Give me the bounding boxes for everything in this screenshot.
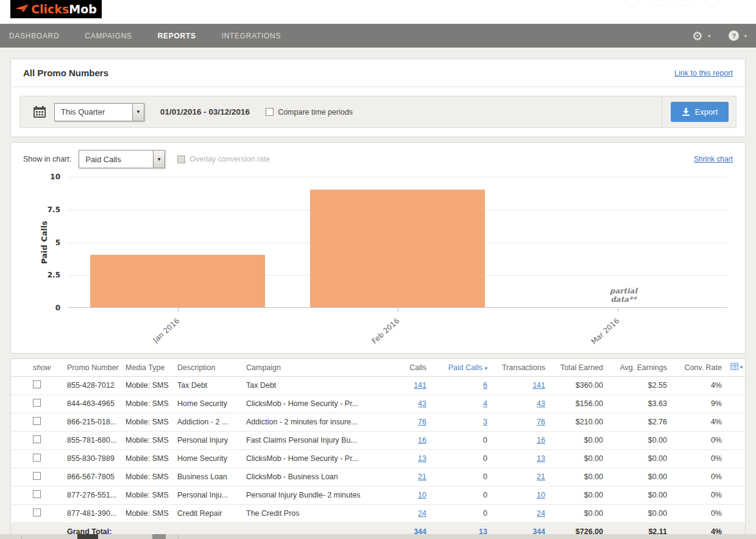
nav-item-integrations[interactable]: INTEGRATIONS [222,32,281,40]
date-range-text: 01/01/2016 - 03/12/2016 [160,107,250,116]
row-calls-link[interactable]: 10 [418,491,426,499]
row-show-checkbox[interactable] [33,454,41,462]
table-body: 855-428-7012 Mobile: SMS Tax Debt Tax De… [11,376,746,523]
row-calls-link[interactable]: 141 [414,381,426,390]
row-total-earned: $210.00 [551,413,609,431]
row-calls-link[interactable]: 24 [418,509,426,518]
row-avg-earnings: $2.76 [609,413,673,431]
top-bar: ClicksMob [0,0,756,24]
nav-item-dashboard[interactable]: DASHBOARD [9,32,59,40]
row-calls-link[interactable]: 76 [418,418,426,426]
row-total-earned: $0.00 [551,468,609,486]
row-promo-number: 877-276-551... [65,486,123,504]
clicksmob-logo[interactable]: ClicksMob [10,0,102,18]
row-calls-link[interactable]: 13 [418,454,426,463]
row-promo-number: 877-481-390... [65,504,123,523]
row-paid-calls: 3 [433,413,493,431]
link-to-report[interactable]: Link to this report [674,69,733,77]
row-media-type: Mobile: SMS [123,431,175,449]
shrink-chart-link[interactable]: Shrink chart [694,155,733,163]
row-transactions-link[interactable]: 141 [532,381,545,390]
row-promo-number: 855-428-7012 [65,376,123,394]
row-conv-rate: 0% [673,504,728,523]
sort-desc-arrow-icon: ▾ [484,365,487,371]
promo-numbers-table: show Promo Number Media Type Description… [11,359,746,539]
row-campaign: Fast Claims Personal Injury Bu... [244,431,381,449]
row-avg-earnings: $3.63 [609,394,673,413]
row-transactions-link[interactable]: 16 [537,436,545,444]
row-show-checkbox[interactable] [33,509,41,516]
settings-gear-icon[interactable]: ⚙ [692,30,703,42]
row-show-checkbox[interactable] [33,380,41,388]
chart-metric-select[interactable]: Paid Calls ▼ [79,150,165,168]
col-header-avg-earnings[interactable]: Avg. Earnings [609,359,673,376]
col-header-calls[interactable]: Calls [381,359,433,376]
overlay-conversion-row: Overlay conversion rate [177,155,270,163]
col-header-total-earned[interactable]: Total Earned [551,359,609,376]
row-show-checkbox[interactable] [33,490,41,498]
scrollbar-thumb-gray[interactable] [152,534,166,539]
row-media-type: Mobile: SMS [123,486,175,504]
help-caret-icon[interactable]: ▾ [744,33,747,39]
compare-periods-checkbox[interactable] [266,108,274,116]
chart-bar-feb-2016[interactable] [310,190,485,308]
col-header-campaign[interactable]: Campaign [244,359,381,376]
row-transactions-link[interactable]: 76 [537,418,545,426]
row-total-earned: $0.00 [551,504,609,523]
chart-bar-jan-2016[interactable] [90,255,265,307]
row-total-earned: $0.00 [551,431,609,449]
chart-x-tick [178,308,178,312]
row-paid-calls: 0 [433,504,493,523]
row-campaign: ClicksMob - Business Loan [244,468,381,486]
row-calls-link[interactable]: 16 [418,436,426,444]
row-conv-rate: 9% [673,394,728,413]
row-avg-earnings: $2.55 [609,376,673,394]
row-description: Personal Injury [175,431,244,449]
date-range-select-value: This Quarter [55,104,132,121]
row-conv-rate: 0% [673,486,728,504]
row-paid-calls-link[interactable]: 4 [483,399,487,408]
help-icon[interactable]: ? [729,30,739,41]
main-nav: DASHBOARDCAMPAIGNSREPORTSINTEGRATIONS ⚙ … [0,24,756,48]
export-button[interactable]: Export [671,102,729,122]
row-show-checkbox[interactable] [33,399,41,407]
show-in-chart-label: Show in chart: [23,155,71,163]
nav-item-reports[interactable]: REPORTS [158,32,196,40]
row-transactions-link[interactable]: 24 [537,509,545,518]
row-show-checkbox[interactable] [33,472,41,480]
col-header-promo-number[interactable]: Promo Number [65,359,123,376]
chart-metric-value: Paid Calls [79,151,153,168]
col-header-description[interactable]: Description [175,359,244,376]
row-description: Home Security [175,449,244,468]
chart-partial-data-annotation: partialdata** [587,287,660,304]
table-row: 866-567-7805 Mobile: SMS Business Loan C… [11,468,746,486]
row-paid-calls-link[interactable]: 3 [483,418,487,426]
row-transactions-link[interactable]: 10 [537,491,545,499]
table-row: 855-428-7012 Mobile: SMS Tax Debt Tax De… [11,376,746,394]
settings-caret-icon[interactable]: ▾ [708,33,711,39]
chart-x-label: Jan 2016 [139,316,181,355]
column-chooser-icon[interactable]: ▼ [730,363,744,370]
chart-y-axis-title: Paid Calls [38,177,51,308]
row-transactions-link[interactable]: 43 [537,399,545,408]
col-header-conv-rate[interactable]: Conv. Rate [673,359,728,376]
col-header-media-type[interactable]: Media Type [123,359,175,376]
col-header-transactions[interactable]: Transactions [493,359,551,376]
col-header-paid-calls-sorted[interactable]: Paid Calls ▾ [433,359,493,376]
row-description: Addiction - 2 ... [175,413,244,431]
row-show-checkbox[interactable] [33,417,41,425]
row-show-checkbox[interactable] [33,435,41,443]
row-transactions-link[interactable]: 13 [537,454,545,463]
scrollbar-thumb-dark[interactable] [77,534,98,539]
row-description: Business Loan [175,468,244,486]
row-promo-number: 855-781-680... [65,431,123,449]
row-media-type: Mobile: SMS [123,504,175,523]
row-paid-calls-link[interactable]: 6 [483,381,487,390]
nav-item-campaigns[interactable]: CAMPAIGNS [85,32,132,40]
row-calls-link[interactable]: 21 [418,473,426,481]
row-calls-link[interactable]: 43 [418,399,426,408]
horizontal-scrollbar[interactable] [0,534,756,539]
row-transactions-link[interactable]: 21 [537,473,545,481]
row-promo-number: 866-567-7805 [65,468,123,486]
date-range-select[interactable]: This Quarter ▼ [54,103,144,121]
